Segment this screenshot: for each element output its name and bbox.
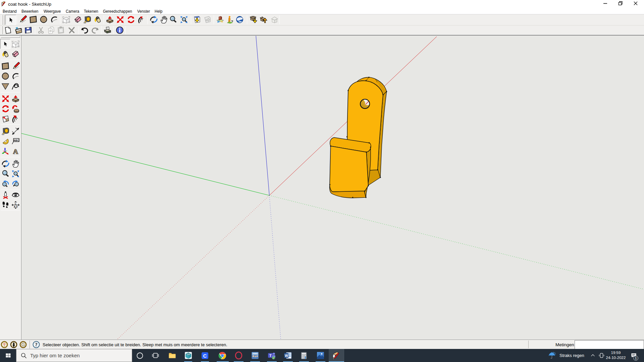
svg-text:G: G xyxy=(21,342,25,347)
svg-text:?: ? xyxy=(35,342,38,347)
